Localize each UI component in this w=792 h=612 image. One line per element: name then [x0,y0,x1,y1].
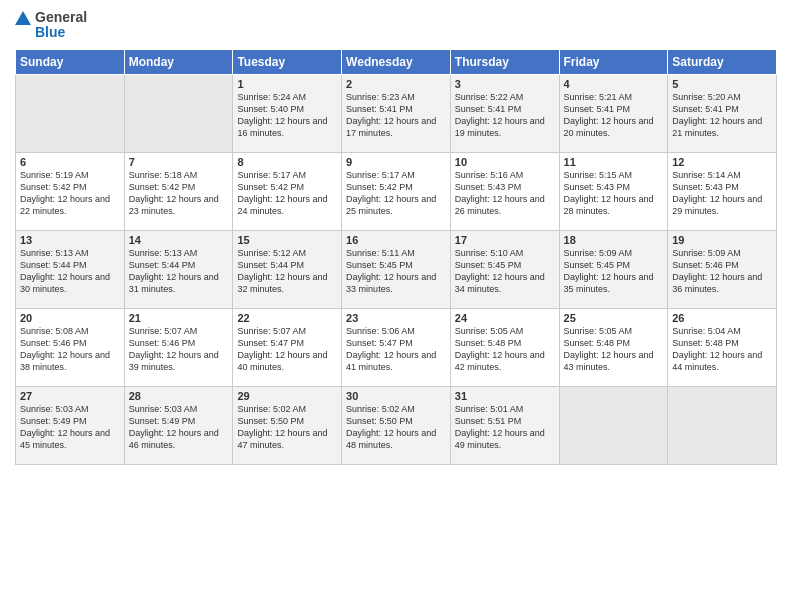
calendar-cell: 11Sunrise: 5:15 AMSunset: 5:43 PMDayligh… [559,152,668,230]
cell-info: Sunrise: 5:05 AMSunset: 5:48 PMDaylight:… [455,325,555,374]
day-number: 28 [129,390,229,402]
calendar-cell [16,74,125,152]
calendar-cell: 9Sunrise: 5:17 AMSunset: 5:42 PMDaylight… [342,152,451,230]
calendar-cell: 20Sunrise: 5:08 AMSunset: 5:46 PMDayligh… [16,308,125,386]
day-number: 6 [20,156,120,168]
calendar-cell: 12Sunrise: 5:14 AMSunset: 5:43 PMDayligh… [668,152,777,230]
logo-blue: Blue [35,25,87,40]
calendar-cell [668,386,777,464]
day-number: 2 [346,78,446,90]
day-number: 31 [455,390,555,402]
cell-info: Sunrise: 5:18 AMSunset: 5:42 PMDaylight:… [129,169,229,218]
day-number: 14 [129,234,229,246]
logo-general: General [35,10,87,25]
calendar-table: SundayMondayTuesdayWednesdayThursdayFrid… [15,49,777,465]
day-number: 9 [346,156,446,168]
week-row-4: 20Sunrise: 5:08 AMSunset: 5:46 PMDayligh… [16,308,777,386]
day-number: 22 [237,312,337,324]
day-number: 7 [129,156,229,168]
calendar-cell: 13Sunrise: 5:13 AMSunset: 5:44 PMDayligh… [16,230,125,308]
cell-info: Sunrise: 5:10 AMSunset: 5:45 PMDaylight:… [455,247,555,296]
cell-info: Sunrise: 5:06 AMSunset: 5:47 PMDaylight:… [346,325,446,374]
cell-info: Sunrise: 5:15 AMSunset: 5:43 PMDaylight:… [564,169,664,218]
calendar-cell: 8Sunrise: 5:17 AMSunset: 5:42 PMDaylight… [233,152,342,230]
day-number: 27 [20,390,120,402]
calendar-cell: 19Sunrise: 5:09 AMSunset: 5:46 PMDayligh… [668,230,777,308]
header-cell-thursday: Thursday [450,49,559,74]
calendar-body: 1Sunrise: 5:24 AMSunset: 5:40 PMDaylight… [16,74,777,464]
day-number: 11 [564,156,664,168]
svg-marker-0 [15,11,31,25]
calendar-cell: 17Sunrise: 5:10 AMSunset: 5:45 PMDayligh… [450,230,559,308]
calendar-cell: 18Sunrise: 5:09 AMSunset: 5:45 PMDayligh… [559,230,668,308]
day-number: 8 [237,156,337,168]
calendar-cell [124,74,233,152]
cell-info: Sunrise: 5:11 AMSunset: 5:45 PMDaylight:… [346,247,446,296]
calendar-cell: 27Sunrise: 5:03 AMSunset: 5:49 PMDayligh… [16,386,125,464]
cell-info: Sunrise: 5:03 AMSunset: 5:49 PMDaylight:… [20,403,120,452]
day-number: 5 [672,78,772,90]
cell-info: Sunrise: 5:02 AMSunset: 5:50 PMDaylight:… [346,403,446,452]
day-number: 26 [672,312,772,324]
cell-info: Sunrise: 5:13 AMSunset: 5:44 PMDaylight:… [20,247,120,296]
day-number: 19 [672,234,772,246]
logo: General Blue [15,10,87,41]
day-number: 24 [455,312,555,324]
calendar-cell: 1Sunrise: 5:24 AMSunset: 5:40 PMDaylight… [233,74,342,152]
calendar-cell: 26Sunrise: 5:04 AMSunset: 5:48 PMDayligh… [668,308,777,386]
day-number: 12 [672,156,772,168]
week-row-5: 27Sunrise: 5:03 AMSunset: 5:49 PMDayligh… [16,386,777,464]
calendar-cell: 7Sunrise: 5:18 AMSunset: 5:42 PMDaylight… [124,152,233,230]
day-number: 3 [455,78,555,90]
header-cell-saturday: Saturday [668,49,777,74]
cell-info: Sunrise: 5:05 AMSunset: 5:48 PMDaylight:… [564,325,664,374]
header-cell-tuesday: Tuesday [233,49,342,74]
logo-triangle-icon [15,11,31,39]
week-row-2: 6Sunrise: 5:19 AMSunset: 5:42 PMDaylight… [16,152,777,230]
header-cell-monday: Monday [124,49,233,74]
cell-info: Sunrise: 5:07 AMSunset: 5:46 PMDaylight:… [129,325,229,374]
calendar-cell: 4Sunrise: 5:21 AMSunset: 5:41 PMDaylight… [559,74,668,152]
day-number: 10 [455,156,555,168]
day-number: 21 [129,312,229,324]
day-number: 29 [237,390,337,402]
day-number: 23 [346,312,446,324]
calendar-cell: 15Sunrise: 5:12 AMSunset: 5:44 PMDayligh… [233,230,342,308]
cell-info: Sunrise: 5:19 AMSunset: 5:42 PMDaylight:… [20,169,120,218]
cell-info: Sunrise: 5:21 AMSunset: 5:41 PMDaylight:… [564,91,664,140]
cell-info: Sunrise: 5:20 AMSunset: 5:41 PMDaylight:… [672,91,772,140]
logo-text-block: General Blue [35,10,87,41]
day-number: 1 [237,78,337,90]
calendar-cell: 16Sunrise: 5:11 AMSunset: 5:45 PMDayligh… [342,230,451,308]
logo-wrapper: General Blue [15,10,87,41]
cell-info: Sunrise: 5:02 AMSunset: 5:50 PMDaylight:… [237,403,337,452]
day-number: 16 [346,234,446,246]
page-container: General Blue SundayMondayTuesdayWednesda… [0,0,792,612]
day-number: 17 [455,234,555,246]
cell-info: Sunrise: 5:03 AMSunset: 5:49 PMDaylight:… [129,403,229,452]
calendar-header: SundayMondayTuesdayWednesdayThursdayFrid… [16,49,777,74]
cell-info: Sunrise: 5:14 AMSunset: 5:43 PMDaylight:… [672,169,772,218]
header-row: SundayMondayTuesdayWednesdayThursdayFrid… [16,49,777,74]
cell-info: Sunrise: 5:12 AMSunset: 5:44 PMDaylight:… [237,247,337,296]
day-number: 4 [564,78,664,90]
cell-info: Sunrise: 5:09 AMSunset: 5:45 PMDaylight:… [564,247,664,296]
calendar-cell: 14Sunrise: 5:13 AMSunset: 5:44 PMDayligh… [124,230,233,308]
calendar-cell: 2Sunrise: 5:23 AMSunset: 5:41 PMDaylight… [342,74,451,152]
header-cell-sunday: Sunday [16,49,125,74]
day-number: 30 [346,390,446,402]
cell-info: Sunrise: 5:16 AMSunset: 5:43 PMDaylight:… [455,169,555,218]
calendar-cell: 28Sunrise: 5:03 AMSunset: 5:49 PMDayligh… [124,386,233,464]
cell-info: Sunrise: 5:09 AMSunset: 5:46 PMDaylight:… [672,247,772,296]
header-cell-friday: Friday [559,49,668,74]
day-number: 15 [237,234,337,246]
cell-info: Sunrise: 5:07 AMSunset: 5:47 PMDaylight:… [237,325,337,374]
calendar-cell: 22Sunrise: 5:07 AMSunset: 5:47 PMDayligh… [233,308,342,386]
cell-info: Sunrise: 5:13 AMSunset: 5:44 PMDaylight:… [129,247,229,296]
cell-info: Sunrise: 5:24 AMSunset: 5:40 PMDaylight:… [237,91,337,140]
calendar-cell: 23Sunrise: 5:06 AMSunset: 5:47 PMDayligh… [342,308,451,386]
page-header: General Blue [15,10,777,41]
header-cell-wednesday: Wednesday [342,49,451,74]
calendar-cell: 10Sunrise: 5:16 AMSunset: 5:43 PMDayligh… [450,152,559,230]
cell-info: Sunrise: 5:01 AMSunset: 5:51 PMDaylight:… [455,403,555,452]
